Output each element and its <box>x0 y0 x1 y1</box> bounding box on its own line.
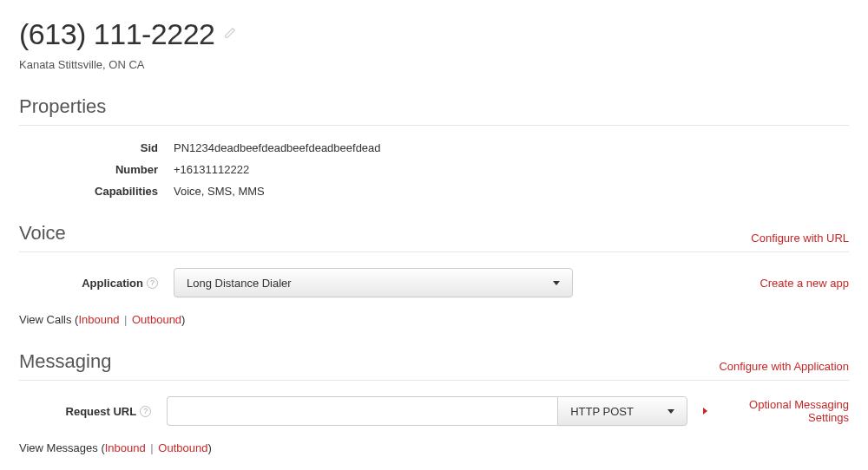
configure-with-application-link[interactable]: Configure with Application <box>719 360 849 373</box>
outbound-calls-link[interactable]: Outbound <box>132 313 181 326</box>
http-method-value: HTTP POST <box>570 405 634 418</box>
view-messages-line: View Messages (Inbound | Outbound) <box>19 441 849 454</box>
view-calls-line: View Calls (Inbound | Outbound) <box>19 313 849 326</box>
application-select-value: Long Distance Dialer <box>187 277 292 290</box>
separator: | <box>148 441 157 454</box>
caret-down-icon <box>667 409 674 414</box>
http-method-select[interactable]: HTTP POST <box>557 396 687 426</box>
property-value: PN1234deadbeefdeadbeefdeadbeefdead <box>174 141 381 154</box>
request-url-label-text: Request URL <box>66 405 137 418</box>
property-label: Capabilities <box>19 185 158 198</box>
application-label: Application ? <box>19 277 158 290</box>
property-value: Voice, SMS, MMS <box>174 185 265 198</box>
request-url-input[interactable] <box>167 396 557 426</box>
application-label-text: Application <box>82 277 143 290</box>
property-label: Sid <box>19 141 158 154</box>
page-title: (613) 111-2222 <box>19 17 215 51</box>
messaging-heading: Messaging <box>19 350 111 373</box>
configure-with-url-link[interactable]: Configure with URL <box>751 232 849 245</box>
property-value: +16131112222 <box>174 163 249 176</box>
property-row: Capabilities Voice, SMS, MMS <box>19 185 849 198</box>
pencil-icon[interactable] <box>224 27 236 42</box>
property-row: Number +16131112222 <box>19 163 849 176</box>
property-row: Sid PN1234deadbeefdeadbeefdeadbeefdead <box>19 141 849 154</box>
properties-table: Sid PN1234deadbeefdeadbeefdeadbeefdead N… <box>19 141 849 198</box>
create-new-app-link[interactable]: Create a new app <box>760 277 849 290</box>
property-label: Number <box>19 163 158 176</box>
help-icon[interactable]: ? <box>147 277 158 289</box>
caret-down-icon <box>553 281 560 285</box>
inbound-calls-link[interactable]: Inbound <box>78 313 119 326</box>
application-select[interactable]: Long Distance Dialer <box>174 268 573 297</box>
view-messages-suffix: ) <box>207 441 211 454</box>
triangle-right-icon <box>703 408 707 415</box>
optional-messaging-settings-link[interactable]: Optional Messaging Settings <box>703 398 849 424</box>
view-messages-prefix: View Messages ( <box>19 441 105 454</box>
request-url-label: Request URL ? <box>19 405 151 418</box>
separator: | <box>121 313 130 326</box>
outbound-messages-link[interactable]: Outbound <box>158 441 207 454</box>
inbound-messages-link[interactable]: Inbound <box>105 441 146 454</box>
location-text: Kanata Stittsville, ON CA <box>19 58 849 71</box>
properties-heading: Properties <box>19 95 106 118</box>
view-calls-prefix: View Calls ( <box>19 313 78 326</box>
voice-heading: Voice <box>19 222 66 245</box>
optional-messaging-text: Optional Messaging Settings <box>713 398 849 424</box>
help-icon[interactable]: ? <box>140 406 151 417</box>
view-calls-suffix: ) <box>181 313 185 326</box>
